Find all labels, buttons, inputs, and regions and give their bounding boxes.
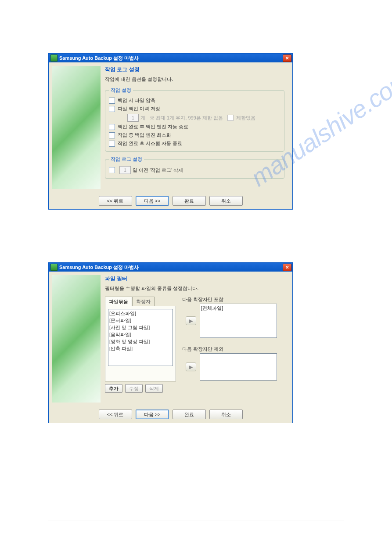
cancel-button[interactable]: 취소	[209, 196, 243, 206]
list-item[interactable]: [음악파일]	[109, 331, 172, 338]
task-settings-group: 작업 설정 백업 시 파일 압축 파일 백업 이력 저장 1 개 ※ 최대 1개…	[105, 87, 284, 152]
arrow-exclude-button[interactable]: ▶	[186, 363, 196, 371]
section-heading: 작업 로그 설정	[105, 66, 284, 73]
log-days-spinner[interactable]: 1	[119, 166, 131, 174]
window-title: Samsung Auto Backup 설정 마법사	[59, 264, 139, 271]
delete-button[interactable]: 삭제	[145, 384, 163, 393]
titlebar: Samsung Auto Backup 설정 마법사 ✕	[49, 263, 292, 272]
include-listbox[interactable]: [전체파일]	[200, 304, 277, 338]
close-button[interactable]: ✕	[283, 54, 291, 62]
arrow-right-icon: ▶	[189, 364, 193, 370]
window-title: Samsung Auto Backup 설정 마법사	[59, 55, 139, 62]
checkbox-compress[interactable]	[109, 98, 115, 104]
next-button[interactable]: 다음 >>	[136, 410, 169, 419]
edit-button[interactable]: 수정	[125, 384, 143, 393]
list-item[interactable]: [문서파일]	[109, 317, 172, 324]
checkbox-nolimit[interactable]	[227, 115, 234, 121]
task-settings-legend: 작업 설정	[109, 87, 133, 94]
checkbox-shutdown[interactable]	[109, 141, 115, 147]
task-log-group: 작업 로그 설정 1 일 이전 '작업 로그' 삭제	[105, 156, 284, 179]
checkbox-auto-exit[interactable]	[109, 124, 115, 130]
list-item[interactable]: [오피스파일]	[109, 310, 172, 317]
list-item[interactable]: [전체파일]	[201, 305, 276, 312]
label-nolimit: 제한없음	[236, 115, 255, 121]
list-item[interactable]: [영화 및 영상 파일]	[109, 338, 172, 345]
history-count-spinner[interactable]: 1	[127, 114, 139, 122]
close-button[interactable]: ✕	[283, 264, 291, 271]
section-description: 필터링을 수행할 파일의 종류를 설정합니다.	[105, 285, 284, 292]
tab-extension[interactable]: 확장자	[132, 297, 155, 306]
checkbox-minimize[interactable]	[109, 132, 115, 138]
exclude-label: 다음 확장자만 제외	[182, 346, 277, 352]
sidebar-image	[52, 275, 101, 403]
checkbox-log-delete[interactable]	[109, 167, 115, 173]
back-button[interactable]: << 뒤로	[99, 410, 132, 419]
spin-unit: 개	[140, 115, 145, 121]
wizard-dialog-file-filter: Samsung Auto Backup 설정 마법사 ✕ 파일 필터 필터링을 …	[48, 262, 293, 423]
close-icon: ✕	[285, 265, 289, 270]
exclude-listbox[interactable]	[200, 353, 277, 381]
wizard-dialog-log-settings: Samsung Auto Backup 설정 마법사 ✕ 작업 로그 설정 작업…	[48, 53, 293, 210]
task-log-legend: 작업 로그 설정	[109, 156, 144, 163]
label-log-delete: 일 이전 '작업 로그' 삭제	[133, 167, 183, 174]
close-icon: ✕	[285, 56, 289, 61]
label-compress: 백업 시 파일 압축	[118, 97, 155, 104]
arrow-right-icon: ▶	[189, 318, 193, 324]
app-icon	[50, 264, 58, 271]
left-panel: 파일묶음 확장자 [오피스파일] [문서파일] [사진 및 그림 파일] [음악…	[105, 296, 176, 393]
right-panel: 다음 확장자만 포함 ▶ [전체파일] 다음 확장자	[182, 296, 277, 388]
label-shutdown: 작업 완료 후 시스템 자동 종료	[118, 140, 182, 147]
sidebar-image	[52, 66, 101, 189]
list-item[interactable]: [압축 파일]	[109, 345, 172, 352]
app-icon	[50, 54, 58, 62]
list-item[interactable]: [사진 및 그림 파일]	[109, 324, 172, 331]
section-heading: 파일 필터	[105, 275, 284, 283]
add-button[interactable]: 추가	[105, 384, 122, 393]
spin-note: ※ 최대 1개 유지, 999은 제한 없음	[150, 115, 223, 121]
finish-button[interactable]: 완료	[173, 410, 206, 419]
titlebar: Samsung Auto Backup 설정 마법사 ✕	[49, 54, 292, 62]
tab-file-bundle[interactable]: 파일묶음	[105, 297, 132, 306]
label-history: 파일 백업 이력 저장	[118, 105, 160, 112]
checkbox-history[interactable]	[109, 106, 115, 112]
section-description: 작업에 대한 옵션을 설정합니다.	[105, 76, 284, 83]
label-minimize: 작업 중 백업 엔진 최소화	[118, 132, 171, 138]
arrow-include-button[interactable]: ▶	[186, 316, 196, 325]
next-button[interactable]: 다음 >>	[136, 196, 169, 206]
cancel-button[interactable]: 취소	[209, 410, 243, 419]
finish-button[interactable]: 완료	[173, 196, 206, 206]
include-label: 다음 확장자만 포함	[182, 296, 277, 303]
label-auto-exit: 백업 완료 후 백업 엔진 자동 종료	[118, 123, 188, 130]
back-button[interactable]: << 뒤로	[99, 196, 132, 206]
file-type-listbox[interactable]: [오피스파일] [문서파일] [사진 및 그림 파일] [음악파일] [영화 및…	[108, 309, 173, 366]
tab-content: [오피스파일] [문서파일] [사진 및 그림 파일] [음악파일] [영화 및…	[105, 306, 176, 381]
